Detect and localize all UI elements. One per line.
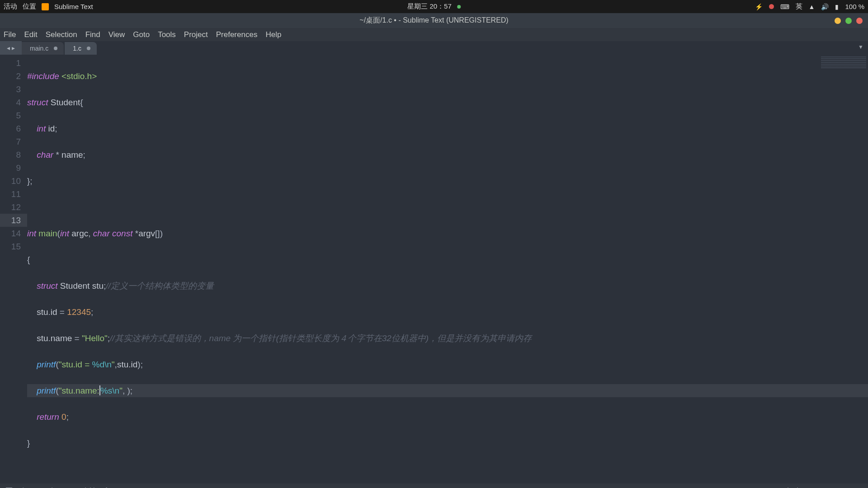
maximize-button[interactable] bbox=[845, 18, 852, 24]
t: stu bbox=[37, 333, 48, 343]
t: stu bbox=[37, 307, 48, 317]
line-gutter[interactable]: 1 2 3 4 5 6 7 8 9 10 11 12 13 14 15 bbox=[0, 55, 27, 483]
t: { bbox=[80, 98, 83, 107]
tab-overflow-icon[interactable]: ▼ bbox=[858, 44, 863, 50]
app-name-label[interactable]: Sublime Text bbox=[54, 3, 93, 10]
modified-dot-icon bbox=[87, 47, 90, 50]
t: id bbox=[48, 124, 55, 133]
t: ) bbox=[160, 229, 163, 238]
t: = bbox=[57, 307, 67, 317]
ime-label[interactable]: 英 bbox=[796, 2, 802, 11]
line-number[interactable]: 6 bbox=[0, 122, 27, 135]
t: "stu.name: bbox=[59, 386, 99, 395]
line-number[interactable]: 7 bbox=[0, 135, 27, 148]
line-number[interactable]: 1 bbox=[0, 56, 27, 70]
t: "stu.id = bbox=[59, 360, 92, 369]
line-number[interactable]: 3 bbox=[0, 83, 27, 96]
menu-view[interactable]: View bbox=[108, 30, 125, 39]
t: //定义一个结构体类型的变量 bbox=[106, 281, 214, 291]
t: = bbox=[72, 333, 82, 343]
location-label[interactable]: 位置 bbox=[23, 2, 36, 11]
t: } bbox=[27, 438, 30, 448]
activities-label[interactable]: 活动 bbox=[4, 2, 17, 11]
sublime-app-icon bbox=[42, 3, 49, 10]
t: ; bbox=[83, 150, 85, 160]
t: id bbox=[51, 307, 57, 317]
menu-project[interactable]: Project bbox=[184, 30, 208, 39]
line-number[interactable]: 14 bbox=[0, 227, 27, 240]
t: stu.id bbox=[117, 360, 137, 369]
editor-area[interactable]: 1 2 3 4 5 6 7 8 9 10 11 12 13 14 15 #inc… bbox=[0, 55, 868, 483]
t: ; bbox=[141, 360, 143, 369]
window-title: ~/桌面/1.c • - Sublime Text (UNREGISTERED) bbox=[359, 16, 508, 25]
menu-find[interactable]: Find bbox=[85, 30, 100, 39]
t: * bbox=[56, 150, 59, 160]
t: argv bbox=[138, 229, 155, 238]
clock-label[interactable]: 星期三 20：57 bbox=[407, 2, 452, 11]
menu-tools[interactable]: Tools bbox=[158, 30, 176, 39]
menu-help[interactable]: Help bbox=[265, 30, 281, 39]
modified-dot-icon bbox=[54, 47, 57, 50]
minimap[interactable] bbox=[818, 55, 868, 483]
t: , bbox=[123, 386, 127, 395]
t: { bbox=[27, 255, 30, 264]
tab-label: main.c bbox=[30, 45, 48, 52]
thunderbolt-icon[interactable]: ⚡ bbox=[755, 3, 763, 10]
menu-edit[interactable]: Edit bbox=[24, 30, 37, 39]
line-number[interactable]: 11 bbox=[0, 188, 27, 201]
t: "Hello" bbox=[82, 333, 108, 343]
line-number[interactable]: 8 bbox=[0, 148, 27, 161]
line-number[interactable]: 9 bbox=[0, 161, 27, 174]
record-icon[interactable] bbox=[769, 4, 774, 9]
t: stu bbox=[92, 281, 104, 291]
line-number[interactable]: 5 bbox=[0, 109, 27, 122]
os-top-bar: 活动 位置 Sublime Text 星期三 20：57 ⚡ ⌨ 英 ▲ 🔊 ▮… bbox=[0, 0, 868, 13]
line-number[interactable]: 15 bbox=[0, 240, 27, 253]
t: return bbox=[37, 412, 59, 422]
t: Student bbox=[60, 281, 90, 291]
t: printf bbox=[37, 360, 56, 369]
line-number[interactable]: 10 bbox=[0, 174, 27, 188]
t: main bbox=[38, 229, 57, 238]
tab-1-c[interactable]: 1.c bbox=[65, 42, 97, 55]
t: ; bbox=[55, 124, 57, 133]
battery-icon[interactable]: ▮ bbox=[835, 3, 839, 10]
window-controls bbox=[835, 18, 863, 24]
t: Student bbox=[51, 98, 80, 107]
t: \n bbox=[112, 386, 119, 395]
t: " bbox=[112, 360, 115, 369]
t: 0 bbox=[61, 412, 66, 422]
menu-goto[interactable]: Goto bbox=[133, 30, 150, 39]
t: int bbox=[37, 124, 46, 133]
t: char bbox=[93, 229, 110, 238]
line-number[interactable]: 2 bbox=[0, 70, 27, 83]
tab-label: 1.c bbox=[73, 45, 81, 52]
window-titlebar[interactable]: ~/桌面/1.c • - Sublime Text (UNREGISTERED) bbox=[0, 13, 868, 28]
menu-bar: File Edit Selection Find View Goto Tools… bbox=[0, 28, 868, 41]
wifi-icon[interactable]: ▲ bbox=[809, 3, 815, 10]
t: ; bbox=[91, 307, 93, 317]
minimap-preview bbox=[821, 56, 866, 69]
t: //其实这种方式是错误的，name 为一个指针(指针类型长度为４个字节在32位机… bbox=[110, 333, 532, 343]
tab-main-c[interactable]: main.c bbox=[22, 42, 64, 55]
close-button[interactable] bbox=[856, 18, 863, 24]
menu-selection[interactable]: Selection bbox=[46, 30, 77, 39]
line-number[interactable]: 4 bbox=[0, 96, 27, 109]
menu-preferences[interactable]: Preferences bbox=[216, 30, 258, 39]
t: name bbox=[51, 333, 72, 343]
volume-icon[interactable]: 🔊 bbox=[821, 3, 829, 10]
minimize-button[interactable] bbox=[835, 18, 841, 24]
line-number[interactable]: 12 bbox=[0, 201, 27, 214]
t: printf bbox=[37, 386, 56, 395]
menu-file[interactable]: File bbox=[4, 30, 16, 39]
notification-dot-icon bbox=[457, 5, 461, 9]
t: %s bbox=[100, 386, 112, 395]
code-view[interactable]: #include <stdio.h> struct Student{ int i… bbox=[27, 55, 868, 483]
t: struct bbox=[37, 281, 57, 291]
t: argc bbox=[71, 229, 88, 238]
t: int bbox=[60, 229, 69, 238]
tab-nav-arrows[interactable]: ◂ ▸ bbox=[0, 41, 22, 55]
line-number[interactable]: 13 bbox=[0, 214, 27, 227]
keyboard-icon[interactable]: ⌨ bbox=[780, 3, 789, 10]
tab-bar: ◂ ▸ main.c 1.c ▼ bbox=[0, 41, 868, 55]
